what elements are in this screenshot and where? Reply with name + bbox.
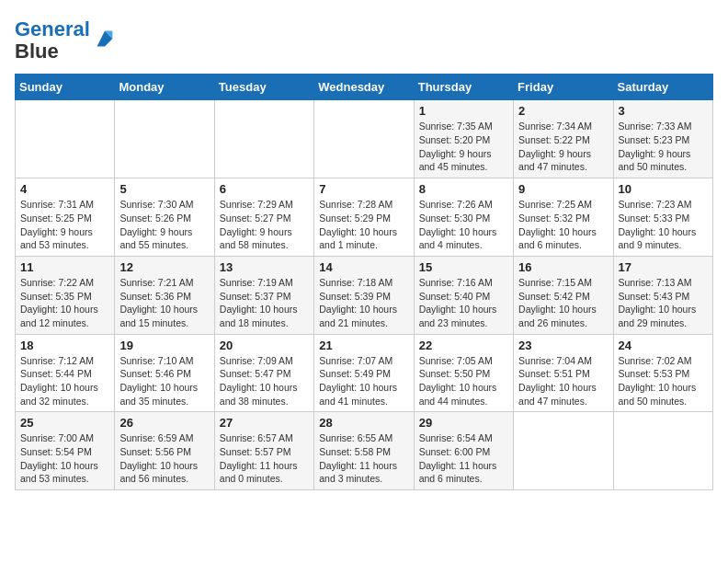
day-detail: Sunrise: 7:34 AMSunset: 5:22 PMDaylight:… (518, 120, 608, 174)
weekday-header-monday: Monday (115, 75, 214, 100)
calendar-cell: 29Sunrise: 6:54 AMSunset: 6:00 PMDayligh… (414, 412, 513, 490)
day-detail: Sunrise: 7:15 AMSunset: 5:42 PMDaylight:… (518, 276, 608, 330)
day-detail: Sunrise: 7:09 AMSunset: 5:47 PMDaylight:… (220, 354, 309, 408)
day-number: 16 (518, 260, 608, 274)
day-number: 26 (119, 416, 209, 430)
calendar-cell (214, 100, 313, 178)
weekday-header-sunday: Sunday (16, 75, 115, 100)
day-detail: Sunrise: 7:02 AMSunset: 5:53 PMDaylight:… (619, 354, 708, 408)
day-detail: Sunrise: 7:13 AMSunset: 5:43 PMDaylight:… (619, 276, 708, 330)
calendar-cell: 18Sunrise: 7:12 AMSunset: 5:44 PMDayligh… (16, 334, 115, 412)
day-detail: Sunrise: 7:10 AMSunset: 5:46 PMDaylight:… (119, 354, 209, 408)
calendar-cell: 9Sunrise: 7:25 AMSunset: 5:32 PMDaylight… (514, 178, 613, 257)
calendar-cell: 13Sunrise: 7:19 AMSunset: 5:37 PMDayligh… (214, 256, 313, 334)
calendar-cell: 1Sunrise: 7:35 AMSunset: 5:20 PMDaylight… (414, 100, 513, 178)
calendar-cell: 2Sunrise: 7:34 AMSunset: 5:22 PMDaylight… (514, 100, 613, 178)
day-number: 2 (518, 104, 608, 118)
calendar-week-row: 11Sunrise: 7:22 AMSunset: 5:35 PMDayligh… (16, 256, 713, 334)
weekday-header-friday: Friday (514, 75, 613, 100)
day-number: 12 (119, 260, 209, 274)
logo-text: GeneralBlue (15, 18, 90, 63)
calendar-cell: 5Sunrise: 7:30 AMSunset: 5:26 PMDaylight… (115, 178, 214, 257)
day-number: 3 (619, 104, 708, 118)
day-number: 28 (319, 416, 408, 430)
day-detail: Sunrise: 7:26 AMSunset: 5:30 PMDaylight:… (419, 198, 508, 252)
day-number: 27 (220, 416, 309, 430)
calendar-cell: 19Sunrise: 7:10 AMSunset: 5:46 PMDayligh… (115, 334, 214, 412)
calendar-week-row: 25Sunrise: 7:00 AMSunset: 5:54 PMDayligh… (16, 412, 713, 490)
day-detail: Sunrise: 6:54 AMSunset: 6:00 PMDaylight:… (419, 431, 508, 486)
day-detail: Sunrise: 7:05 AMSunset: 5:50 PMDaylight:… (419, 354, 508, 408)
day-number: 5 (119, 182, 209, 196)
day-detail: Sunrise: 7:23 AMSunset: 5:33 PMDaylight:… (619, 198, 708, 252)
calendar-cell: 8Sunrise: 7:26 AMSunset: 5:30 PMDaylight… (414, 178, 513, 257)
day-number: 19 (119, 339, 209, 352)
calendar-week-row: 18Sunrise: 7:12 AMSunset: 5:44 PMDayligh… (16, 334, 713, 412)
calendar-cell: 11Sunrise: 7:22 AMSunset: 5:35 PMDayligh… (16, 256, 115, 334)
day-number: 17 (619, 260, 708, 274)
calendar-cell: 26Sunrise: 6:59 AMSunset: 5:56 PMDayligh… (115, 412, 214, 490)
weekday-header-tuesday: Tuesday (214, 75, 313, 100)
calendar-cell: 15Sunrise: 7:16 AMSunset: 5:40 PMDayligh… (414, 256, 513, 334)
day-number: 4 (20, 182, 109, 196)
calendar-cell: 28Sunrise: 6:55 AMSunset: 5:58 PMDayligh… (314, 412, 414, 490)
day-detail: Sunrise: 6:59 AMSunset: 5:56 PMDaylight:… (119, 431, 209, 486)
calendar-table: SundayMondayTuesdayWednesdayThursdayFrid… (15, 74, 713, 490)
calendar-week-row: 4Sunrise: 7:31 AMSunset: 5:25 PMDaylight… (16, 178, 713, 257)
day-number: 1 (419, 104, 508, 118)
day-detail: Sunrise: 7:12 AMSunset: 5:44 PMDaylight:… (20, 354, 109, 408)
day-number: 11 (20, 260, 109, 274)
calendar-cell: 14Sunrise: 7:18 AMSunset: 5:39 PMDayligh… (314, 256, 414, 334)
day-number: 15 (419, 260, 508, 274)
day-detail: Sunrise: 7:07 AMSunset: 5:49 PMDaylight:… (319, 354, 408, 408)
day-detail: Sunrise: 7:35 AMSunset: 5:20 PMDaylight:… (419, 120, 508, 174)
day-detail: Sunrise: 6:55 AMSunset: 5:58 PMDaylight:… (319, 431, 408, 486)
day-detail: Sunrise: 7:30 AMSunset: 5:26 PMDaylight:… (119, 198, 209, 252)
day-detail: Sunrise: 7:28 AMSunset: 5:29 PMDaylight:… (319, 198, 408, 252)
day-number: 20 (220, 339, 309, 352)
day-detail: Sunrise: 7:33 AMSunset: 5:23 PMDaylight:… (619, 120, 708, 174)
day-detail: Sunrise: 6:57 AMSunset: 5:57 PMDaylight:… (220, 431, 309, 486)
calendar-cell: 17Sunrise: 7:13 AMSunset: 5:43 PMDayligh… (613, 256, 712, 334)
day-detail: Sunrise: 7:31 AMSunset: 5:25 PMDaylight:… (20, 198, 109, 252)
day-detail: Sunrise: 7:29 AMSunset: 5:27 PMDaylight:… (220, 198, 309, 252)
calendar-cell: 22Sunrise: 7:05 AMSunset: 5:50 PMDayligh… (414, 334, 513, 412)
calendar-cell: 7Sunrise: 7:28 AMSunset: 5:29 PMDaylight… (314, 178, 414, 257)
day-number: 18 (20, 339, 109, 352)
day-number: 9 (518, 182, 608, 196)
calendar-cell (115, 100, 214, 178)
day-number: 10 (619, 182, 708, 196)
calendar-cell: 20Sunrise: 7:09 AMSunset: 5:47 PMDayligh… (214, 334, 313, 412)
weekday-header-thursday: Thursday (414, 75, 513, 100)
page-header: GeneralBlue (15, 15, 713, 63)
weekday-header-saturday: Saturday (613, 75, 712, 100)
calendar-cell: 6Sunrise: 7:29 AMSunset: 5:27 PMDaylight… (214, 178, 313, 257)
calendar-cell: 4Sunrise: 7:31 AMSunset: 5:25 PMDaylight… (16, 178, 115, 257)
calendar-cell: 27Sunrise: 6:57 AMSunset: 5:57 PMDayligh… (214, 412, 313, 490)
day-detail: Sunrise: 7:22 AMSunset: 5:35 PMDaylight:… (20, 276, 109, 330)
day-number: 23 (518, 339, 608, 352)
day-detail: Sunrise: 7:21 AMSunset: 5:36 PMDaylight:… (119, 276, 209, 330)
day-detail: Sunrise: 7:00 AMSunset: 5:54 PMDaylight:… (20, 431, 109, 486)
day-number: 6 (220, 182, 309, 196)
day-number: 14 (319, 260, 408, 274)
calendar-cell: 23Sunrise: 7:04 AMSunset: 5:51 PMDayligh… (514, 334, 613, 412)
logo-icon (92, 26, 118, 52)
calendar-cell: 25Sunrise: 7:00 AMSunset: 5:54 PMDayligh… (16, 412, 115, 490)
logo: GeneralBlue (15, 18, 118, 63)
day-detail: Sunrise: 7:04 AMSunset: 5:51 PMDaylight:… (518, 354, 608, 408)
weekday-header-row: SundayMondayTuesdayWednesdayThursdayFrid… (16, 75, 713, 100)
weekday-header-wednesday: Wednesday (314, 75, 414, 100)
calendar-cell: 21Sunrise: 7:07 AMSunset: 5:49 PMDayligh… (314, 334, 414, 412)
calendar-cell (613, 412, 712, 490)
day-detail: Sunrise: 7:16 AMSunset: 5:40 PMDaylight:… (419, 276, 508, 330)
calendar-week-row: 1Sunrise: 7:35 AMSunset: 5:20 PMDaylight… (16, 100, 713, 178)
day-number: 29 (419, 416, 508, 430)
calendar-cell: 16Sunrise: 7:15 AMSunset: 5:42 PMDayligh… (514, 256, 613, 334)
calendar-cell (16, 100, 115, 178)
calendar-cell (514, 412, 613, 490)
day-detail: Sunrise: 7:25 AMSunset: 5:32 PMDaylight:… (518, 198, 608, 252)
day-detail: Sunrise: 7:19 AMSunset: 5:37 PMDaylight:… (220, 276, 309, 330)
day-number: 24 (619, 339, 708, 352)
calendar-cell (314, 100, 414, 178)
